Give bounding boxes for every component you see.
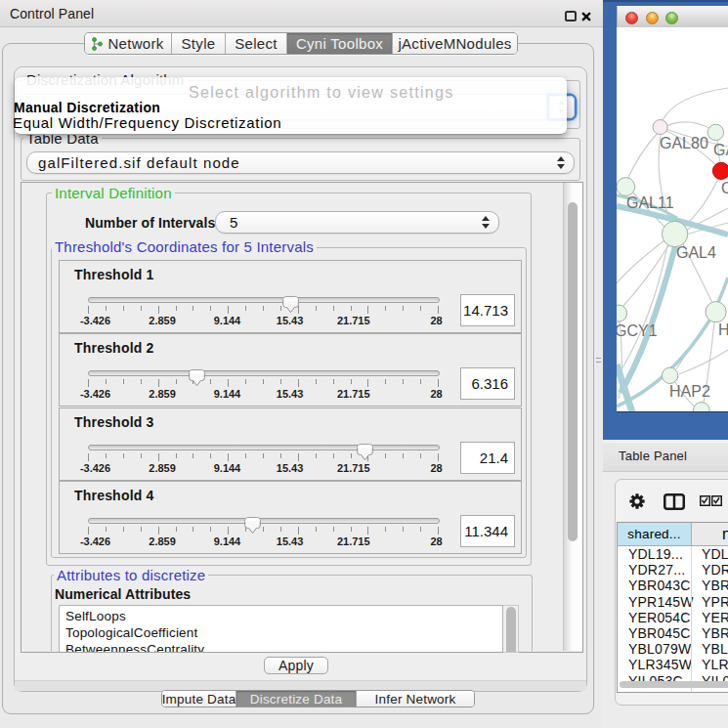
window-minimize-button[interactable] (646, 12, 659, 24)
cell-name: YPR1 (702, 594, 728, 610)
slider-tick (228, 306, 229, 314)
slider-thumb[interactable] (244, 517, 261, 535)
tab-jactivemnodules[interactable]: jActiveMNodules (392, 33, 517, 54)
slider-tick (316, 306, 317, 311)
attribute-item[interactable]: SelfLoops (60, 609, 502, 625)
attributes-list-scrollbar-thumb[interactable] (506, 607, 516, 652)
slider-tick (351, 527, 352, 532)
column-header-name[interactable]: n (692, 523, 728, 546)
slider-tick-label: -3.426 (66, 535, 125, 547)
algorithm-popup-item-manual[interactable]: Manual Discretization (14, 100, 160, 115)
bottom-tab-discretize-data[interactable]: Discretize Data (236, 691, 356, 707)
table-horizontal-scrollbar-thumb[interactable] (620, 681, 728, 688)
splitter-handle[interactable] (596, 358, 601, 363)
network-canvas[interactable]: GAL80GACGAL11GAL4GCY1HHAP2 (617, 27, 728, 412)
slider-track[interactable] (88, 518, 440, 524)
float-window-icon[interactable] (565, 11, 577, 21)
table-row[interactable]: YER054CYER0 (618, 610, 728, 625)
table-row[interactable]: YBR043CYBR0 (618, 578, 728, 593)
network-node-label: GCY1 (617, 322, 658, 339)
slider-tick (210, 527, 211, 532)
slider-tick (316, 453, 317, 458)
slider-thumb[interactable] (357, 444, 373, 461)
slider-thumb[interactable] (282, 296, 299, 314)
bottom-tab-impute-data[interactable]: Impute Data (162, 691, 236, 707)
column-header-shared-name[interactable]: shared... (618, 523, 692, 546)
tab-style[interactable]: Style (171, 33, 225, 54)
apply-button[interactable]: Apply (264, 657, 328, 674)
split-table-icon[interactable] (664, 493, 685, 510)
slider-track[interactable] (88, 370, 440, 376)
cell-shared-name: YBR043C (628, 578, 691, 593)
tab-network[interactable]: Network (85, 33, 171, 54)
slider-tick (333, 453, 334, 458)
slider-tick-label: 15.43 (261, 315, 320, 326)
network-node-gal4[interactable] (662, 221, 687, 246)
table-row[interactable]: YBR045CYBR0 (618, 625, 728, 641)
slider-tick (367, 379, 368, 387)
tab-cyni-toolbox[interactable]: Cyni Toolbox (286, 33, 392, 54)
threshold-value-field[interactable]: 14.713 (460, 294, 515, 326)
network-node-c[interactable] (712, 162, 728, 179)
network-node-ga[interactable] (707, 124, 723, 140)
network-node-h[interactable] (706, 302, 726, 322)
slider-tick (438, 306, 439, 314)
threshold-value-field[interactable]: 11.344 (460, 515, 515, 547)
network-edge[interactable] (621, 245, 667, 371)
threshold-value-field[interactable]: 21.4 (460, 442, 515, 474)
slider-tick (228, 379, 229, 387)
bottom-tab-infer-network[interactable]: Infer Network (356, 691, 474, 707)
slider-tick (351, 379, 352, 384)
network-node-label: GAL4 (676, 244, 716, 261)
slider-tick (210, 379, 211, 384)
network-node-hap2[interactable] (662, 367, 677, 383)
settings-vertical-scrollbar-thumb[interactable] (568, 202, 578, 541)
network-node-gal11[interactable] (617, 178, 635, 196)
table-row[interactable]: YPR145WYPR1 (618, 594, 728, 610)
slider-tick (88, 527, 89, 535)
network-edge[interactable] (683, 179, 718, 228)
slider-track[interactable] (88, 445, 440, 450)
network-node[interactable] (693, 403, 709, 411)
network-edge[interactable] (663, 88, 728, 120)
slider-track[interactable] (88, 297, 440, 303)
algorithm-popup-prompt[interactable]: Select algorithm to view settings (189, 84, 453, 102)
slider-thumb[interactable] (189, 369, 205, 387)
table-panel-title: Table Panel (619, 449, 687, 463)
number-of-intervals-label: Number of Intervals (85, 215, 215, 231)
close-icon[interactable] (581, 12, 591, 21)
network-edge[interactable] (718, 278, 728, 302)
window-close-button[interactable] (625, 12, 638, 24)
algorithm-popup-item-equal-width[interactable]: Equal Width/Frequency Discretization (13, 114, 281, 131)
threshold-value-field[interactable]: 6.316 (460, 367, 515, 400)
threshold-label: Threshold 4 (74, 488, 154, 503)
network-edge[interactable] (666, 122, 709, 128)
network-node-gal80[interactable] (653, 120, 667, 135)
slider-tick (403, 379, 404, 384)
network-edge[interactable] (627, 133, 658, 180)
window-zoom-button[interactable] (665, 12, 678, 24)
attribute-item[interactable]: BetweennessCentrality (60, 642, 502, 652)
slider-tick (193, 306, 193, 311)
table-row[interactable]: YDL19...YDL1 (618, 546, 728, 562)
slider-tick (280, 453, 281, 458)
slider-tick (210, 306, 211, 311)
cell-name: YBL0 (702, 641, 728, 657)
attribute-item[interactable]: TopologicalCoefficient (60, 625, 502, 642)
select-columns-icon[interactable] (700, 495, 722, 506)
cell-name: YDR2 (702, 562, 728, 578)
slider-tick (403, 453, 404, 458)
slider-tick-label: 9.144 (197, 535, 256, 547)
gear-icon[interactable] (629, 493, 645, 509)
slider-tick (193, 453, 193, 458)
slider-tick (106, 453, 107, 458)
table-row[interactable]: YDR27...YDR2 (618, 562, 728, 578)
numerical-attributes-list[interactable]: SelfLoopsTopologicalCoefficientBetweenne… (59, 605, 503, 652)
table-row[interactable]: YLR345WYLR3 (618, 657, 728, 672)
network-node-gcy1[interactable] (617, 305, 627, 321)
tab-select[interactable]: Select (225, 33, 286, 54)
table-row[interactable]: YBL079WYBL0 (618, 641, 728, 657)
table-data-combobox[interactable]: galFiltered.sif default node (26, 151, 575, 174)
combo-stepper-arrows-icon (556, 155, 566, 170)
number-of-intervals-combobox[interactable]: 5 (215, 211, 499, 234)
